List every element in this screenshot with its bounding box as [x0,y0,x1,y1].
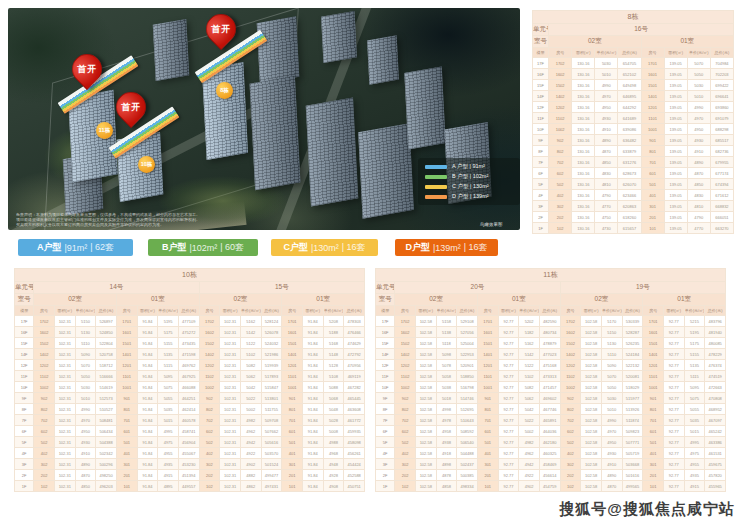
table-cell: 1101 [643,371,664,382]
table-cell: 478229 [705,349,726,360]
table-cell: 601 [643,426,664,437]
pin-label: 首开 [117,93,145,121]
table-cell: 7F [533,157,549,168]
table-cell: 682736 [710,146,733,157]
table-cell: 102.31 [220,360,241,371]
table-cell: 91.84 [302,448,323,459]
table-cell: 91.84 [137,448,158,459]
table-cell: 总价(元) [178,306,199,316]
table-cell: 单价(元/㎡) [601,306,622,316]
table-cell: 677174 [710,168,733,179]
table-cell: 528287 [622,327,643,338]
table-cell: 506434 [96,426,117,437]
table-cell: 520901 [457,360,478,371]
table-cell: 91.84 [137,415,158,426]
banner-count: | 16套 [342,241,366,254]
table-cell: 473313 [539,371,560,382]
table-cell: 139.05 [664,80,687,91]
table-cell: 5068 [323,393,344,404]
table-cell: 4928 [323,470,344,481]
table-cell: 302 [34,459,55,470]
table-cell: 92.77 [498,426,519,437]
table-cell: 91.84 [302,338,323,349]
table-row: 2F202102.31487049825020191.8449154513942… [15,470,365,481]
table-cell: 102 [395,481,416,492]
building-shape [321,11,357,63]
table-cell: 4910 [75,448,96,459]
table-cell: 623466 [618,190,641,201]
table-cell: 130.16 [572,168,595,179]
table-cell: 1602 [560,327,581,338]
table-row: 8F802102.58499851269580192.7750424677468… [376,404,726,415]
table-cell: 472663 [705,382,726,393]
legend-item: B 户型 | 102m² [425,173,513,180]
table-cell: 5010 [75,393,96,404]
table-cell: 901 [477,393,498,404]
table-cell: 92.77 [498,382,519,393]
table-cell: 5002 [519,426,540,437]
table-cell: 总价(元) [96,306,117,316]
table-cell: 1001 [116,382,137,393]
table-cell: 5162 [240,316,261,327]
table-cell: 5162 [519,338,540,349]
table-cell: 14F [15,349,34,360]
table-cell: 5010 [601,404,622,415]
table-cell: 房号 [282,306,303,316]
table-cell: 5175 [158,327,179,338]
table-cell: 102 [549,223,572,234]
table-cell: 91.84 [302,481,323,492]
table-cell: 4950 [595,102,618,113]
table-cell: 101 [282,481,303,492]
table-cell: 452588 [344,470,365,481]
table-cell: 1F [376,481,395,492]
table-cell: 902 [549,135,572,146]
table-cell: 91.84 [302,382,323,393]
table-cell: 501 [643,437,664,448]
table-cell: 641689 [618,113,641,124]
table-cell: 5090 [601,360,622,371]
table-cell: 504388 [96,437,117,448]
table-row: 7F702130.164850631276701139.054890679955 [533,157,734,168]
table-cell: 92.77 [498,470,519,481]
table-cell: 1401 [116,349,137,360]
price-table-building-10: 10栋单元号14号15号室号02室01室02室01室楼层房号面积(㎡)单价(元/… [14,268,365,492]
table-cell: 459675 [705,459,726,470]
table-cell: 91.84 [302,437,323,448]
table-cell: 102.31 [220,481,241,492]
table-cell: 516798 [457,382,478,393]
price-table: 11栋单元号20号19号室号02室01室02室01室楼层房号面积(㎡)单价(元/… [375,268,726,492]
table-cell: 470808 [705,393,726,404]
table-cell: 1101 [282,371,303,382]
table-cell: 102.58 [415,448,436,459]
table-row: 12F1202102.315070518712120191.8451154697… [15,360,365,371]
table-cell: 301 [643,459,664,470]
table-cell: 1602 [549,69,572,80]
table-cell: 1002 [549,124,572,135]
table-cell: 5062 [240,371,261,382]
banner-area: |91m² [64,243,87,253]
table-row: 6F602102.58495850859260192.7750024640366… [376,426,726,437]
table-cell: 468952 [705,404,726,415]
table-cell: 5070 [687,58,710,69]
building-badge-8: 8栋 [216,82,233,99]
table-cell: 102.31 [220,382,241,393]
table-cell: 102.31 [54,426,75,437]
table-cell: 5075 [158,382,179,393]
table-cell: 1102 [34,371,55,382]
legend-swatch [425,165,447,169]
table-cell: 130.16 [572,113,595,124]
table-cell: 5148 [323,349,344,360]
table-cell: 501616 [622,470,643,481]
table-cell: 01室 [477,294,560,306]
table-cell: 626070 [618,179,641,190]
table-cell: 477023 [539,349,560,360]
table-cell: 92.77 [498,349,519,360]
table-cell: 1701 [477,316,498,327]
table-cell: 636482 [618,135,641,146]
table-cell: 5095 [684,382,705,393]
table-cell: 1402 [34,349,55,360]
table-cell: 15F [533,80,549,91]
table-cell: 5078 [436,360,457,371]
table-cell: 2F [15,470,34,481]
table-cell: 102.58 [415,316,436,327]
